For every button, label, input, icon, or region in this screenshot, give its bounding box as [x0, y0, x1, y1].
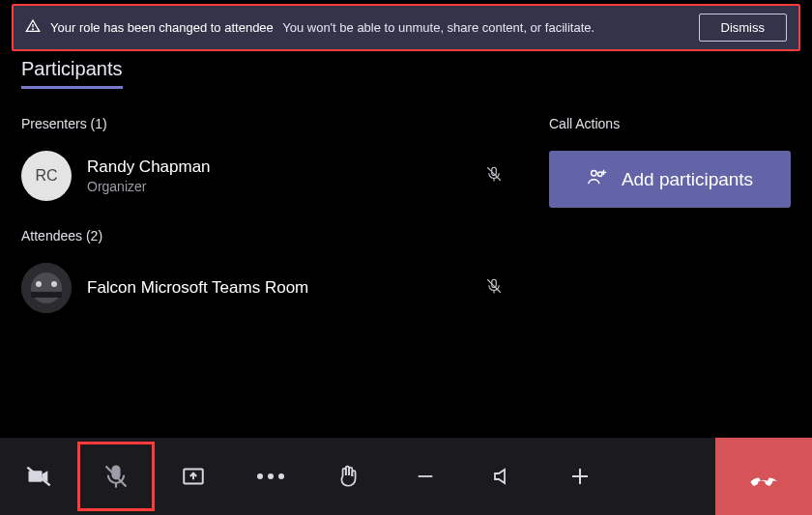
- participant-name: Falcon Microsoft Teams Room: [87, 278, 485, 298]
- svg-point-13: [591, 171, 596, 177]
- ellipsis-icon: [257, 473, 284, 479]
- avatar: [21, 263, 72, 313]
- warning-icon: [25, 18, 41, 38]
- banner-text: Your role has been changed to attendee Y…: [50, 20, 689, 35]
- mic-muted-icon: [485, 165, 503, 186]
- meeting-controls: [0, 438, 812, 515]
- participant-row[interactable]: RC Randy Chapman Organizer: [21, 151, 520, 201]
- avatar-initials: RC: [35, 167, 57, 185]
- svg-point-9: [51, 281, 57, 287]
- people-add-icon: [587, 166, 608, 192]
- hangup-button[interactable]: [715, 438, 812, 515]
- volume-button[interactable]: [464, 438, 541, 515]
- add-participants-button[interactable]: Add participants: [549, 151, 791, 208]
- mic-muted-icon: [485, 277, 503, 299]
- role-changed-banner: Your role has been changed to attendee Y…: [12, 4, 800, 51]
- camera-toggle-button[interactable]: [0, 438, 77, 515]
- participant-role: Organizer: [87, 179, 485, 194]
- mic-toggle-button[interactable]: [77, 442, 155, 511]
- more-actions-button[interactable]: [232, 438, 309, 515]
- avatar: RC: [21, 151, 72, 201]
- svg-point-6: [31, 272, 62, 303]
- raise-hand-button[interactable]: [309, 438, 387, 515]
- banner-strong: Your role has been changed to attendee: [50, 20, 274, 35]
- call-actions-heading: Call Actions: [549, 116, 791, 131]
- svg-point-1: [33, 28, 34, 29]
- svg-point-8: [36, 281, 42, 287]
- participant-row[interactable]: Falcon Microsoft Teams Room: [21, 263, 520, 313]
- participants-tab[interactable]: Participants: [21, 58, 123, 89]
- share-content-button[interactable]: [155, 438, 232, 515]
- banner-detail: You won't be able to unmute, share conte…: [282, 20, 594, 35]
- attendees-heading: Attendees (2): [21, 228, 520, 243]
- add-participants-label: Add participants: [622, 169, 753, 190]
- presenters-heading: Presenters (1): [21, 116, 520, 131]
- dismiss-button[interactable]: Dismiss: [699, 14, 788, 42]
- participant-name: Randy Chapman: [87, 157, 485, 177]
- svg-rect-7: [31, 292, 62, 298]
- add-button[interactable]: [541, 438, 619, 515]
- minimize-button[interactable]: [387, 438, 464, 515]
